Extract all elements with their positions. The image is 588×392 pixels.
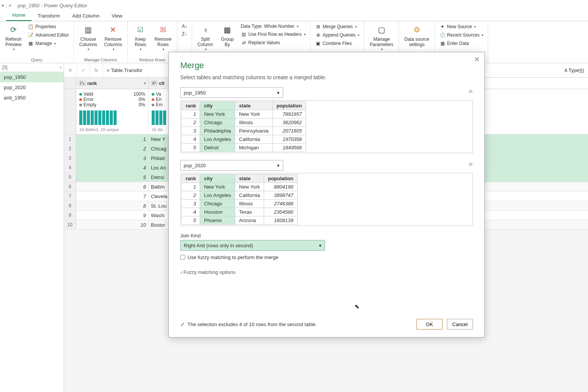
cell-rank[interactable]: 5 — [76, 173, 149, 182]
sort-asc-button[interactable]: A↓ — [180, 23, 189, 30]
queries-panel: [3] ‹ pop_1950pop_2020anti_1950 — [0, 63, 64, 392]
cell-rank[interactable]: 9 — [76, 211, 149, 220]
dialog-title: Merge — [180, 61, 473, 70]
data-source-settings-button[interactable]: ⚙Data source settings — [402, 23, 431, 48]
select-all-corner[interactable] — [64, 78, 76, 89]
col-city[interactable]: city — [200, 174, 235, 183]
col-state[interactable]: state — [235, 102, 272, 110]
replace-values-button[interactable]: ⇄Replace Values — [239, 39, 307, 46]
text-type-icon: Aᵇ — [151, 81, 157, 86]
qat-dropdown-icon[interactable]: ▾ — [2, 3, 4, 8]
manage-icon: ▦ — [28, 40, 34, 46]
table-row[interactable]: 5PhoenixArizona1608139 — [182, 216, 298, 225]
remove-rows-button[interactable]: ☒Remove Rows▾ — [152, 23, 174, 52]
query-item[interactable]: pop_1950 — [0, 72, 64, 82]
column-filter-icon[interactable]: ▾ — [144, 81, 146, 85]
col-rank[interactable]: rank — [182, 102, 200, 110]
col-population[interactable]: population — [264, 174, 297, 183]
formula-fx-button[interactable]: fx — [90, 64, 103, 77]
remove-cols-icon: ✕ — [110, 25, 116, 34]
query-item[interactable]: anti_1950 — [0, 93, 64, 103]
group-by-button[interactable]: ▦Group By — [218, 23, 237, 48]
table-row[interactable]: 2ChicagoIllinois3620962 — [182, 118, 306, 127]
table-row[interactable]: 3ChicagoIllinois2746388 — [182, 200, 298, 208]
fuzzy-matching-checkbox[interactable]: Use fuzzy matching to perform the merge — [180, 254, 473, 260]
cell-rank[interactable]: 8 — [76, 201, 149, 210]
cell-rank[interactable]: 2 — [76, 144, 149, 153]
chevron-down-icon: ▾ — [319, 243, 322, 248]
cell-rank[interactable]: 1 — [76, 134, 149, 144]
table-row[interactable]: 2Los AngelesCalifornia3898747 — [182, 191, 298, 200]
fuzzy-checkbox-input[interactable] — [180, 255, 185, 260]
join-kind-select[interactable]: Right Anti (rows only in second)▾ — [180, 240, 325, 251]
refresh-table2-icon[interactable]: ⟳ — [469, 162, 473, 167]
tab-transform[interactable]: Transform — [32, 11, 66, 21]
col-state[interactable]: state — [235, 174, 264, 183]
merge-icon: ⊞ — [315, 24, 321, 30]
enter-data-icon: ▦ — [439, 40, 445, 46]
table1-preview: rankcitystatepopulation1New YorkNew York… — [180, 100, 473, 153]
split-column-button[interactable]: ⫞Split Column▾ — [195, 23, 215, 52]
gear-icon: ⚙ — [413, 25, 420, 34]
sort-desc-icon: Z↓ — [182, 31, 187, 37]
data-type-button[interactable]: Data Type: Whole Number▾ — [239, 23, 307, 30]
close-button[interactable]: ✕ — [474, 55, 480, 64]
row-number: 4 — [64, 163, 76, 172]
recent-sources-button[interactable]: 🕘Recent Sources▾ — [438, 31, 485, 39]
collapse-queries-icon[interactable]: ‹ — [60, 65, 61, 70]
properties-button[interactable]: 📋Properties — [26, 23, 70, 30]
table-row[interactable]: 3PhiladelphiaPennsylvania2071605 — [182, 127, 306, 135]
sort-desc-button[interactable]: Z↓ — [180, 30, 188, 37]
table-row[interactable]: 1New YorkNew York8804190 — [182, 183, 298, 191]
first-row-headers-button[interactable]: ▤Use First Row as Headers▾ — [239, 30, 307, 38]
remove-columns-button[interactable]: ✕Remove Columns▾ — [102, 23, 124, 52]
keep-rows-icon: ☑ — [137, 26, 143, 34]
cell-rank[interactable]: 4 — [76, 163, 149, 172]
cell-rank[interactable]: 6 — [76, 182, 149, 191]
column-header-rank[interactable]: 1²₃ rank▾ — [76, 78, 149, 89]
new-source-button[interactable]: ✦New Source▾ — [438, 23, 485, 30]
new-source-icon: ✦ — [439, 24, 445, 30]
advanced-editor-button[interactable]: 📝Advanced Editor — [26, 31, 70, 39]
ok-button[interactable]: OK — [417, 319, 442, 330]
properties-icon: 📋 — [28, 24, 34, 30]
col-city[interactable]: city — [200, 102, 235, 110]
combine-icon: ▣ — [315, 40, 321, 46]
qat-overflow-icon[interactable]: ≡ — [8, 3, 11, 8]
query-item[interactable]: pop_2020 — [0, 82, 64, 93]
choose-columns-button[interactable]: ▥Choose Columns▾ — [77, 23, 99, 52]
formula-cancel-button[interactable]: ✕ — [64, 64, 77, 77]
combine-files-button[interactable]: ▣Combine Files — [314, 40, 361, 47]
table2-select[interactable]: pop_2020▾ — [180, 160, 283, 171]
refresh-preview-button[interactable]: ⟳ Refresh Preview▾ — [3, 23, 24, 52]
group-query-label: Query — [3, 57, 70, 62]
manage-button[interactable]: ▦Manage▾ — [26, 40, 70, 47]
table-row[interactable]: 1New YorkNew York7891957 — [182, 110, 306, 118]
cancel-button[interactable]: Cancel — [447, 319, 473, 330]
fuzzy-options-expander[interactable]: › Fuzzy matching options — [180, 269, 473, 275]
params-icon: ▢ — [378, 25, 385, 34]
refresh-icon: ⟳ — [10, 25, 17, 34]
refresh-table1-icon[interactable]: ⟳ — [469, 89, 473, 94]
tab-home[interactable]: Home — [6, 10, 32, 21]
row-number: 1 — [64, 134, 76, 144]
tab-view[interactable]: View — [106, 11, 128, 21]
enter-data-button[interactable]: ▦Enter Data — [438, 40, 485, 47]
cell-rank[interactable]: 7 — [76, 192, 149, 201]
tab-add-column[interactable]: Add Column — [66, 11, 106, 21]
column-stats-rank: Valid100% Error0% Empty0% 10 distinct, 1… — [76, 89, 149, 134]
merge-queries-button[interactable]: ⊞Merge Queries▾ — [314, 23, 361, 30]
cell-rank[interactable]: 3 — [76, 154, 149, 163]
cell-rank[interactable]: 10 — [76, 220, 149, 229]
formula-commit-button[interactable]: ✓ — [77, 64, 90, 77]
col-population[interactable]: population — [272, 102, 306, 110]
table1-select[interactable]: pop_1950▾ — [180, 87, 283, 98]
table-row[interactable]: 4HoustonTexas2304580 — [182, 208, 298, 216]
keep-rows-button[interactable]: ☑Keep Rows▾ — [131, 23, 150, 52]
col-rank[interactable]: rank — [182, 174, 200, 183]
table-row[interactable]: 4Los AngelesCalifornia1970358 — [182, 135, 306, 144]
table-row[interactable]: 5DetroitMichigan1849568 — [182, 144, 306, 152]
join-kind-label: Join Kind — [180, 233, 473, 238]
manage-parameters-button[interactable]: ▢Manage Parameters▾ — [367, 23, 396, 52]
append-queries-button[interactable]: ⊕Append Queries▾ — [314, 31, 361, 39]
